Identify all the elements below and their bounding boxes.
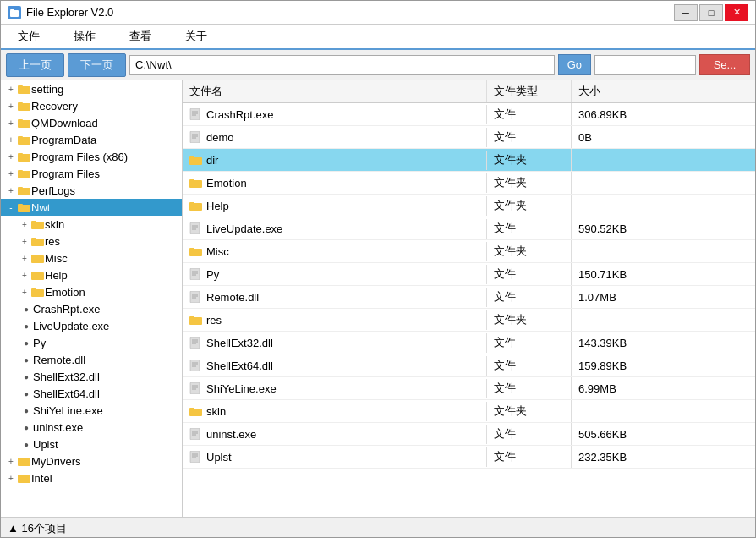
table-row[interactable]: ShellExt64.dll 文件 159.89KB [183, 354, 755, 377]
sidebar-item-help[interactable]: + Help [1, 266, 182, 283]
expand-setting[interactable]: + [4, 82, 18, 96]
table-row[interactable]: Help 文件夹 [183, 195, 755, 217]
minimize-button[interactable]: ─ [674, 4, 698, 21]
spacer-shiyeline: ● [19, 404, 33, 417]
sidebar-item-uninst[interactable]: ● uninst.exe [1, 419, 182, 436]
table-row[interactable]: ShiYeLine.exe 文件 6.99MB [183, 377, 755, 400]
sidebar-item-program-files-x86[interactable]: + Program Files (x86) [1, 148, 182, 165]
maximize-button[interactable]: □ [699, 4, 723, 21]
expand-misc[interactable]: + [18, 251, 31, 265]
table-row[interactable]: ShellExt32.dll 文件 143.39KB [183, 332, 755, 354]
sidebar-item-perflogs[interactable]: + PerfLogs [1, 182, 182, 199]
expand-programdata[interactable]: + [4, 133, 18, 146]
sidebar-item-shellext64[interactable]: ● ShellExt64.dll [1, 385, 182, 402]
svg-rect-0 [10, 10, 19, 17]
header-size: 大小 [572, 80, 755, 102]
folder-icon-row [189, 177, 203, 189]
sidebar-item-setting[interactable]: + setting [1, 80, 182, 97]
spacer-shellext64: ● [19, 387, 33, 400]
file-type-cell: 文件 [487, 103, 572, 125]
svg-rect-29 [18, 458, 23, 460]
header-name: 文件名 [183, 80, 487, 102]
spacer-shellext32: ● [19, 370, 33, 383]
sidebar-item-py[interactable]: ● Py [1, 334, 182, 351]
next-button[interactable]: 下一页 [68, 53, 126, 77]
file-name-cell: LiveUpdate.exe [183, 219, 487, 239]
sidebar-item-programdata[interactable]: + ProgramData [1, 131, 182, 148]
expand-recovery[interactable]: + [4, 99, 18, 113]
table-row[interactable]: Misc 文件夹 [183, 240, 755, 263]
sidebar-item-res[interactable]: + res [1, 233, 182, 250]
spacer-liveupdate: ● [19, 319, 33, 332]
menu-view[interactable]: 查看 [112, 24, 168, 49]
table-row[interactable]: dir 文件夹 [183, 149, 755, 172]
path-input[interactable] [129, 55, 555, 75]
sidebar-item-remote-dll[interactable]: ● Remote.dll [1, 351, 182, 368]
table-row[interactable]: Emotion 文件夹 [183, 172, 755, 195]
go-button[interactable]: Go [558, 54, 591, 75]
expand-nwt[interactable]: - [4, 200, 18, 214]
expand-program-files[interactable]: + [4, 167, 18, 180]
file-name: ShellExt64.dll [206, 360, 273, 372]
sidebar-item-mydrivers[interactable]: + MyDrivers [1, 453, 182, 469]
sidebar-item-qmdownload[interactable]: + QMDownload [1, 114, 182, 131]
svg-rect-23 [31, 255, 36, 257]
sidebar-item-recovery[interactable]: + Recovery [1, 97, 182, 114]
file-name: Emotion [206, 177, 247, 189]
sidebar-item-skin[interactable]: + skin [1, 216, 182, 233]
sidebar-item-misc[interactable]: + Misc [1, 250, 182, 266]
expand-mydrivers[interactable]: + [4, 454, 18, 468]
sidebar-item-shiyeline[interactable]: ● ShiYeLine.exe [1, 402, 182, 419]
label-perflogs: PerfLogs [31, 184, 75, 197]
folder-icon-program-files [18, 167, 31, 179]
sidebar-item-intel[interactable]: + Intel [1, 469, 182, 486]
svg-rect-19 [31, 221, 36, 223]
prev-button[interactable]: 上一页 [6, 53, 64, 77]
expand-perflogs[interactable]: + [4, 184, 18, 197]
sidebar-item-program-files[interactable]: + Program Files [1, 165, 182, 182]
label-program-files-x86: Program Files (x86) [31, 151, 128, 163]
file-type-cell: 文件夹 [487, 309, 572, 331]
expand-program-files-x86[interactable]: + [4, 150, 18, 163]
svg-rect-36 [190, 131, 200, 143]
expand-emotion[interactable]: + [18, 285, 31, 299]
sidebar-item-shellext32[interactable]: ● ShellExt32.dll [1, 368, 182, 385]
menu-file[interactable]: 文件 [1, 24, 57, 49]
file-size-cell [572, 316, 755, 323]
header-type: 文件类型 [487, 80, 572, 102]
search-input[interactable] [594, 55, 696, 75]
table-row[interactable]: res 文件夹 [183, 309, 755, 332]
table-row[interactable]: Remote.dll 文件 1.07MB [183, 286, 755, 309]
close-button[interactable]: ✕ [725, 4, 748, 21]
file-icon-row [189, 222, 203, 234]
label-crashrpt: CrashRpt.exe [33, 303, 100, 316]
sidebar-item-liveupdate[interactable]: ● LiveUpdate.exe [1, 317, 182, 334]
table-row[interactable]: demo 文件 0B [183, 126, 755, 149]
table-row[interactable]: Uplst 文件 232.35KB [183, 446, 755, 469]
sidebar-item-nwt[interactable]: - Nwt [1, 199, 182, 216]
sidebar-item-emotion[interactable]: + Emotion [1, 283, 182, 300]
sidebar-item-uplst[interactable]: ● Uplst [1, 436, 182, 453]
file-type-cell: 文件 [487, 286, 572, 308]
table-row[interactable]: Py 文件 150.71KB [183, 263, 755, 286]
table-row[interactable]: LiveUpdate.exe 文件 590.52KB [183, 217, 755, 240]
expand-help[interactable]: + [18, 268, 31, 282]
table-row[interactable]: uninst.exe 文件 505.66KB [183, 423, 755, 446]
label-intel: Intel [31, 472, 52, 485]
svg-rect-56 [190, 291, 200, 303]
expand-intel[interactable]: + [4, 471, 18, 485]
expand-res[interactable]: + [18, 234, 31, 248]
expand-skin[interactable]: + [18, 217, 31, 231]
menu-about[interactable]: 关于 [168, 24, 224, 49]
table-row[interactable]: CrashRpt.exe 文件 306.89KB [183, 103, 755, 126]
table-row[interactable]: skin 文件夹 [183, 400, 755, 423]
folder-icon-emotion [31, 286, 45, 298]
menu-operation[interactable]: 操作 [57, 24, 112, 49]
sidebar-item-crashrpt[interactable]: ● CrashRpt.exe [1, 300, 182, 317]
status-text: ▲ 16个项目 [8, 521, 67, 536]
folder-icon-row [189, 154, 203, 166]
search-button[interactable]: Se... [699, 54, 750, 75]
file-type-cell: 文件夹 [487, 240, 572, 262]
label-liveupdate: LiveUpdate.exe [33, 320, 109, 332]
expand-qmdownload[interactable]: + [4, 116, 18, 129]
